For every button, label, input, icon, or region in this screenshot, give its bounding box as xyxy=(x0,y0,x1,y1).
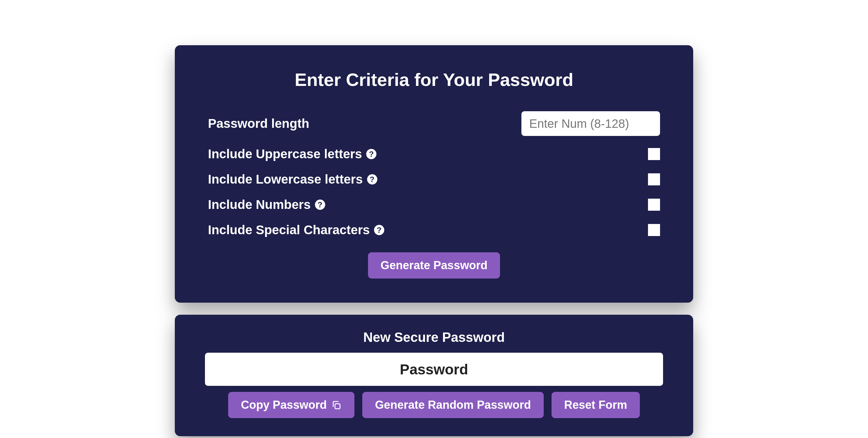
generate-random-password-button[interactable]: Generate Random Password xyxy=(362,392,544,418)
special-checkbox[interactable] xyxy=(648,224,660,236)
generate-button-wrap: Generate Password xyxy=(208,252,660,279)
row-uppercase: Include Uppercase letters ? xyxy=(208,147,660,161)
reset-form-button[interactable]: Reset Form xyxy=(552,392,640,418)
result-title: New Secure Password xyxy=(205,330,663,345)
password-output[interactable] xyxy=(205,353,663,386)
lowercase-label-text: Include Lowercase letters xyxy=(208,172,363,187)
uppercase-label-text: Include Uppercase letters xyxy=(208,147,362,161)
row-password-length: Password length xyxy=(208,111,660,136)
criteria-card: Enter Criteria for Your Password Passwor… xyxy=(175,45,693,303)
result-button-row: Copy Password Generate Random Password R… xyxy=(205,392,663,418)
generate-password-button[interactable]: Generate Password xyxy=(368,252,500,279)
uppercase-checkbox[interactable] xyxy=(648,148,660,160)
criteria-title: Enter Criteria for Your Password xyxy=(208,69,660,90)
special-label: Include Special Characters ? xyxy=(208,223,384,237)
row-special: Include Special Characters ? xyxy=(208,223,660,237)
uppercase-label: Include Uppercase letters ? xyxy=(208,147,376,161)
question-circle-icon[interactable]: ? xyxy=(374,225,384,235)
copy-password-button-label: Copy Password xyxy=(241,399,327,411)
numbers-checkbox[interactable] xyxy=(648,199,660,211)
question-circle-icon[interactable]: ? xyxy=(367,174,377,185)
question-circle-icon[interactable]: ? xyxy=(366,149,376,159)
password-length-label: Password length xyxy=(208,116,309,131)
row-numbers: Include Numbers ? xyxy=(208,197,660,212)
row-lowercase: Include Lowercase letters ? xyxy=(208,172,660,187)
svg-rect-0 xyxy=(335,404,340,409)
special-label-text: Include Special Characters xyxy=(208,223,370,237)
copy-icon xyxy=(331,400,342,411)
question-circle-icon[interactable]: ? xyxy=(315,199,325,210)
password-length-input[interactable] xyxy=(521,111,660,136)
password-length-label-text: Password length xyxy=(208,116,309,131)
numbers-label-text: Include Numbers xyxy=(208,197,311,212)
numbers-label: Include Numbers ? xyxy=(208,197,325,212)
lowercase-label: Include Lowercase letters ? xyxy=(208,172,377,187)
lowercase-checkbox[interactable] xyxy=(648,173,660,185)
copy-password-button[interactable]: Copy Password xyxy=(228,392,354,418)
result-card: New Secure Password Copy Password Genera… xyxy=(175,315,693,436)
